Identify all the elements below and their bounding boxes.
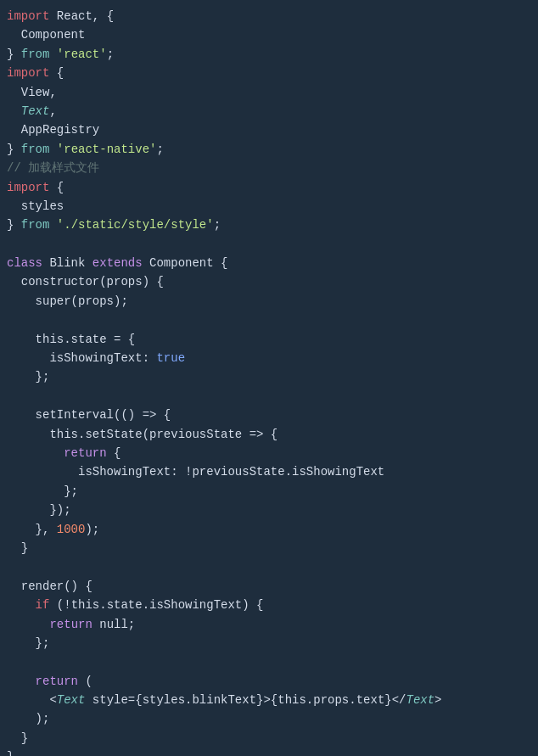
code-line: super(props); [0,292,538,311]
code-editor: import React, { Component} from 'react';… [0,0,538,756]
code-line: } [0,729,538,748]
code-line: Component [0,25,538,44]
code-line [0,311,538,329]
code-line: return null; [0,615,538,634]
code-line [0,652,538,671]
code-line: isShowingText: true [0,349,538,367]
code-line: AppRegistry [0,120,538,139]
code-line: import { [0,178,538,197]
code-line: }; [0,367,538,386]
code-line: ); [0,709,538,728]
code-line: } from './static/style/style'; [0,216,538,234]
code-line: } [0,539,538,557]
code-line: isShowingText: !previousState.isShowingT… [0,462,538,481]
code-line: Text, [0,102,538,120]
code-line: import { [0,64,538,82]
code-line: } from 'react-native'; [0,140,538,159]
code-line: <Text style={styles.blinkText}>{this.pro… [0,691,538,709]
code-line: if (!this.state.isShowingText) { [0,596,538,614]
code-line: // 加载样式文件 [0,159,538,177]
code-line: styles [0,197,538,216]
code-line: return ( [0,672,538,691]
code-line: }; [0,482,538,501]
code-line: } from 'react'; [0,45,538,64]
code-line: render() { [0,577,538,596]
code-line: import React, { [0,7,538,25]
code-line: this.setState(previousState => { [0,425,538,444]
code-line: constructor(props) { [0,272,538,291]
code-line: }; [0,634,538,652]
code-line: View, [0,83,538,102]
code-line [0,387,538,406]
code-line: class Blink extends Component { [0,254,538,272]
code-line [0,557,538,576]
code-line [0,235,538,254]
code-line: }, 1000); [0,520,538,539]
code-line: }); [0,501,538,519]
code-line: return { [0,444,538,462]
code-line: setInterval(() => { [0,406,538,424]
code-line: this.state = { [0,330,538,349]
code-line: } [0,748,538,756]
